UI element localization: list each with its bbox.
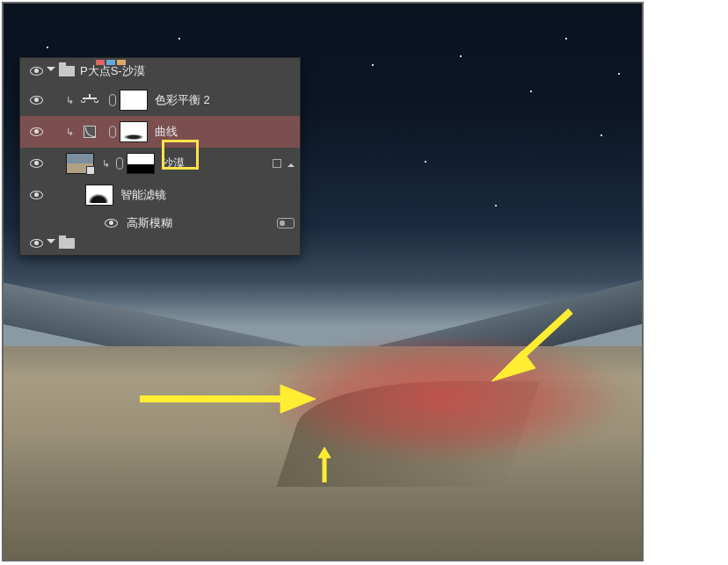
visibility-toggle-icon[interactable] bbox=[30, 159, 43, 168]
filter-blend-options-icon[interactable] bbox=[277, 218, 295, 228]
smart-object-badge-icon bbox=[86, 166, 95, 175]
visibility-toggle-icon[interactable] bbox=[30, 191, 43, 199]
annotation-arrow-right bbox=[491, 307, 579, 386]
color-balance-icon bbox=[77, 94, 102, 106]
clip-indicator-icon: ↳ bbox=[102, 158, 110, 170]
folder-icon bbox=[59, 66, 75, 76]
mask-link-icon[interactable] bbox=[116, 157, 123, 170]
layer-row-curves[interactable]: ↳ 曲线 bbox=[20, 116, 300, 148]
group-twist-icon[interactable] bbox=[47, 239, 55, 248]
highlight-annotation-box bbox=[162, 140, 199, 170]
layer-group-row[interactable]: P大点S-沙漠 bbox=[20, 58, 300, 84]
layer-thumb[interactable] bbox=[66, 153, 94, 174]
svg-marker-3 bbox=[491, 351, 535, 381]
smart-filter-mask-thumb[interactable] bbox=[85, 185, 113, 206]
folder-icon bbox=[59, 238, 75, 249]
mask-link-icon[interactable] bbox=[109, 94, 116, 106]
visibility-toggle-icon[interactable] bbox=[30, 127, 43, 136]
layer-mask-thumb[interactable] bbox=[120, 121, 148, 142]
clip-indicator-icon: ↳ bbox=[66, 127, 74, 138]
group-twist-icon[interactable] bbox=[47, 67, 55, 76]
layers-panel: P大点S-沙漠 ↳ 色彩平衡 2 ↳ 曲线 ↳ 沙漠 bbox=[19, 57, 301, 256]
layer-fx-indicator[interactable] bbox=[273, 159, 295, 168]
filter-label: 高斯模糊 bbox=[127, 215, 172, 231]
visibility-toggle-icon[interactable] bbox=[30, 67, 43, 76]
annotation-arrow-left bbox=[140, 373, 316, 425]
visibility-toggle-icon[interactable] bbox=[30, 96, 43, 105]
visibility-toggle-icon[interactable] bbox=[30, 239, 43, 248]
layer-mask-thumb[interactable] bbox=[127, 153, 155, 174]
layer-row-color-balance[interactable]: ↳ 色彩平衡 2 bbox=[20, 84, 300, 116]
clip-indicator-icon: ↳ bbox=[66, 95, 74, 106]
layer-group-row-collapsed[interactable] bbox=[20, 235, 300, 251]
svg-marker-1 bbox=[280, 385, 316, 413]
layer-mask-thumb[interactable] bbox=[120, 90, 148, 111]
svg-marker-5 bbox=[318, 447, 331, 458]
layer-label: 色彩平衡 2 bbox=[155, 92, 210, 108]
smart-filters-label: 智能滤镜 bbox=[120, 187, 166, 203]
smart-filter-item-row[interactable]: 高斯模糊 bbox=[20, 211, 300, 235]
annotation-arrow-up bbox=[316, 447, 333, 482]
layer-label: 曲线 bbox=[155, 124, 178, 140]
smart-filters-row[interactable]: 智能滤镜 bbox=[20, 179, 300, 211]
curves-icon bbox=[77, 126, 102, 138]
visibility-toggle-icon[interactable] bbox=[105, 219, 118, 228]
group-label: P大点S-沙漠 bbox=[80, 63, 145, 79]
layer-row-desert[interactable]: ↳ 沙漠 bbox=[20, 148, 300, 179]
mask-link-icon[interactable] bbox=[109, 126, 116, 138]
